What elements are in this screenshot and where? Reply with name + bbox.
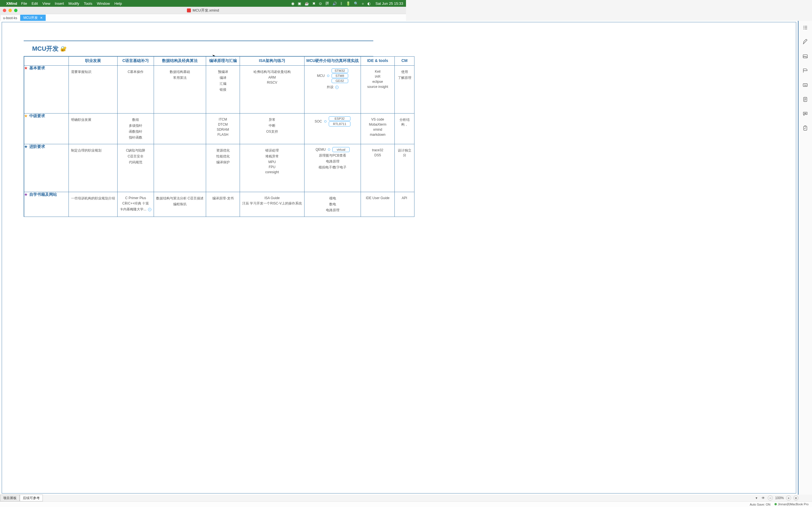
- lock-icon: 🔐: [60, 46, 66, 52]
- matrix-cell[interactable]: 数据结构与算法分析 C语言描述编程珠玑: [154, 192, 206, 217]
- matrix-cell[interactable]: 资源优化性能优化编译保护: [206, 144, 240, 192]
- row-header[interactable]: ★中级要求: [24, 114, 69, 144]
- matrix-cell[interactable]: 预编译编译汇编链接: [206, 66, 240, 114]
- tab-label: MCU开发: [23, 15, 38, 20]
- menu-file[interactable]: File: [21, 1, 27, 6]
- bluetooth-icon[interactable]: ᛒ: [340, 1, 343, 6]
- matrix-cell[interactable]: C Primer PlusC和C++经典 十策卡内基梅隆大学...+: [117, 192, 154, 217]
- matrix-cell[interactable]: 制定合理的职业规划: [69, 144, 117, 192]
- ime-icon[interactable]: 拼: [325, 1, 329, 6]
- matrix-cell[interactable]: ITCMDTCMSDRAMFLASH: [206, 114, 240, 144]
- column-header[interactable]: C语言基础补习: [117, 57, 154, 66]
- menu-help[interactable]: Help: [114, 1, 122, 6]
- matrix-cell[interactable]: SOCESP32RTL8711: [305, 114, 361, 144]
- map-title-text: MCU开发: [32, 45, 59, 53]
- close-button[interactable]: [3, 9, 6, 12]
- battery-icon[interactable]: 🔋: [346, 1, 350, 6]
- menu-tools[interactable]: Tools: [84, 1, 92, 6]
- control-center-icon[interactable]: ⟐: [362, 1, 364, 6]
- volume-icon[interactable]: 🔊: [333, 1, 337, 6]
- tab-mcu[interactable]: MCU开发✕: [20, 15, 46, 21]
- minimize-button[interactable]: [8, 9, 12, 12]
- tab-uboot[interactable]: u-boot-ks: [0, 15, 20, 21]
- matrix-cell[interactable]: C基本操作: [117, 66, 154, 114]
- doc-icon: [187, 8, 191, 12]
- menubar-clock[interactable]: Sat Jun 25 15:33: [375, 1, 403, 6]
- matrix-cell[interactable]: KeilIAReclipsesource insight: [361, 66, 395, 114]
- traffic-lights: [3, 9, 17, 12]
- column-header[interactable]: [24, 57, 69, 66]
- maximize-button[interactable]: [14, 9, 17, 12]
- window-title: MCU开发.xmind: [187, 8, 219, 13]
- matrix-cell[interactable]: [154, 144, 206, 192]
- matrix-cell[interactable]: 设计独立分: [395, 144, 406, 192]
- window-title-text: MCU开发.xmind: [193, 8, 219, 13]
- status-icon[interactable]: ✖: [312, 1, 315, 6]
- matrix-cell[interactable]: 一些培训机构的职业规划介绍: [69, 192, 117, 217]
- column-header[interactable]: 编译原理与汇编: [206, 57, 240, 66]
- matrix-cell[interactable]: 明确职业发展: [69, 114, 117, 144]
- matrix-cell[interactable]: 哈弗结构与冯诺依曼结构ARMRISCV: [240, 66, 305, 114]
- matrix-cell[interactable]: 数组多级指针函数指针指针函数: [117, 114, 154, 144]
- spotlight-icon[interactable]: 🔍: [354, 1, 358, 6]
- canvas-workspace[interactable]: ➤ MCU开发 🔐 职业发展C语言基础补习数据结构及经典算法编译原理与汇编ISA…: [0, 21, 406, 253]
- menu-view[interactable]: View: [42, 1, 50, 6]
- row-header[interactable]: ★自学书籍及网站: [24, 192, 69, 217]
- macos-menubar: XMind File Edit View Insert Modify Tools…: [0, 0, 406, 7]
- menu-window[interactable]: Window: [97, 1, 110, 6]
- matrix-cell[interactable]: C缺陷与陷阱C语言安全代码规范: [117, 144, 154, 192]
- matrix-cell[interactable]: QEMUvirtual原理图与PCB查看电路原理模拟电子/数字电子: [305, 144, 361, 192]
- status-icon[interactable]: ☕: [305, 1, 309, 6]
- matrix-cell[interactable]: 使用了解原理: [395, 66, 406, 114]
- column-header[interactable]: ISA架构与练习: [240, 57, 305, 66]
- matrix-cell[interactable]: 异常中断OS支持: [240, 114, 305, 144]
- menu-modify[interactable]: Modify: [68, 1, 79, 6]
- column-header[interactable]: 数据结构及经典算法: [154, 57, 206, 66]
- matrix-cell[interactable]: MCUSTM32STM8GD32外设+: [305, 66, 361, 114]
- matrix-cell[interactable]: 编译原理-龙书: [206, 192, 240, 217]
- matrix-cell[interactable]: 数据结构基础常用算法: [154, 66, 206, 114]
- status-icon[interactable]: ⊙: [319, 1, 322, 6]
- column-header[interactable]: CM: [395, 57, 406, 66]
- map-root-title[interactable]: MCU开发 🔐: [24, 41, 373, 56]
- siri-icon[interactable]: ◐: [367, 1, 370, 6]
- row-header[interactable]: ★进阶要求: [24, 144, 69, 192]
- status-icon[interactable]: ▣: [298, 1, 301, 6]
- matrix-cell[interactable]: ISA Guide汪辰 学习开发一个RISC-V上的操作系统: [240, 192, 305, 217]
- menu-edit[interactable]: Edit: [32, 1, 38, 6]
- column-header[interactable]: 职业发展: [69, 57, 117, 66]
- matrix-cell[interactable]: [154, 114, 206, 144]
- matrix-cell[interactable]: trace32DS5: [361, 144, 395, 192]
- tab-label: u-boot-ks: [3, 16, 17, 20]
- matrix-cell[interactable]: IDE User Guide: [361, 192, 395, 217]
- status-icon[interactable]: ◉: [291, 1, 294, 6]
- column-header[interactable]: MCU硬件介绍与仿真环境实战: [305, 57, 361, 66]
- matrix-cell[interactable]: 错误处理堆栈异常MPUFPUcoresight: [240, 144, 305, 192]
- matrix-cell[interactable]: 分析结构，: [395, 114, 406, 144]
- matrix-cell[interactable]: VS codeMobaXtermxmindmarkdown: [361, 114, 395, 144]
- matrix: 职业发展C语言基础补习数据结构及经典算法编译原理与汇编ISA架构与练习MCU硬件…: [24, 56, 406, 217]
- row-header[interactable]: ★基本要求: [24, 66, 69, 114]
- column-header[interactable]: IDE & tools: [361, 57, 395, 66]
- app-name[interactable]: XMind: [6, 1, 17, 6]
- document-tabs: u-boot-ks MCU开发✕: [0, 14, 406, 21]
- window-titlebar: MCU开发.xmind: [0, 7, 406, 14]
- matrix-cell[interactable]: 模电数电电路原理: [305, 192, 361, 217]
- matrix-cell[interactable]: 需要掌握知识: [69, 66, 117, 114]
- close-tab-icon[interactable]: ✕: [40, 16, 43, 20]
- matrix-cell[interactable]: API: [395, 192, 406, 217]
- menu-insert[interactable]: Insert: [55, 1, 64, 6]
